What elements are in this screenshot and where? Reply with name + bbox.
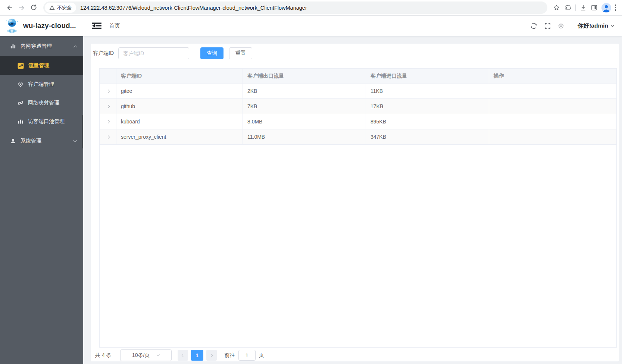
filter-bar: 客户端ID 查询 重置	[93, 47, 619, 59]
map-pin-icon	[18, 81, 24, 87]
reset-button[interactable]: 重置	[229, 47, 252, 59]
expand-cell[interactable]	[100, 84, 116, 99]
user-icon	[10, 138, 16, 144]
bookmark-button[interactable]	[551, 2, 562, 13]
expand-row-icon	[106, 104, 110, 108]
actions-cell	[489, 129, 616, 145]
content-card: 客户端ID 查询 重置 客户端ID 客户端出口流量 客户端进口流量 操作 git…	[91, 44, 619, 361]
app-title: wu-lazy-cloud...	[23, 22, 90, 30]
outflow-cell: 2KB	[243, 84, 366, 99]
table-header-row: 客户端ID 客户端出口流量 客户端进口流量 操作	[100, 69, 616, 84]
outflow-cell: 11.0MB	[243, 129, 366, 145]
refresh-icon	[530, 22, 538, 30]
column-header-inflow: 客户端进口流量	[366, 69, 489, 84]
fullscreen-button[interactable]	[544, 22, 551, 29]
bar-chart-icon	[18, 119, 24, 125]
prev-page-button[interactable]	[178, 350, 188, 361]
side-panel-button[interactable]	[589, 2, 600, 13]
theme-toggle-button[interactable]	[557, 22, 565, 29]
expand-row-icon	[106, 89, 110, 93]
reload-button[interactable]	[28, 2, 40, 14]
forward-button[interactable]	[16, 2, 28, 14]
fullscreen-icon	[544, 22, 551, 29]
back-button[interactable]	[4, 2, 16, 14]
client-id-cell: kuboard	[116, 114, 243, 129]
expand-cell[interactable]	[100, 129, 116, 145]
expand-cell[interactable]	[100, 99, 116, 114]
sidebar-item-network-mapping-manage[interactable]: 网络映射管理	[0, 94, 83, 112]
column-header-client-id: 客户端ID	[116, 69, 243, 84]
security-chip[interactable]: 不安全	[45, 3, 76, 13]
toolbar-divider	[575, 4, 576, 11]
inflow-cell: 347KB	[366, 129, 489, 145]
breadcrumb[interactable]: 首页	[109, 22, 120, 29]
trend-chart-icon	[18, 63, 24, 69]
column-header-actions: 操作	[489, 69, 616, 84]
client-id-cell: gitee	[116, 84, 243, 99]
downloads-button[interactable]	[578, 2, 589, 13]
client-id-input[interactable]	[118, 47, 189, 59]
url-text: 124.222.48.62:30776/#/cloud_network-Clie…	[80, 5, 307, 11]
expand-cell[interactable]	[100, 114, 116, 129]
table-empty-area	[100, 145, 616, 347]
chevron-right-icon	[209, 354, 212, 357]
sidebar-item-flow-manage[interactable]: 流量管理	[0, 56, 83, 75]
page-unit-label: 页	[259, 352, 264, 359]
header-divider	[571, 22, 571, 30]
chevron-down-icon	[611, 23, 615, 27]
table-row[interactable]: github 7KB 17KB	[100, 99, 616, 114]
client-id-cell: server_proxy_client	[116, 129, 243, 145]
actions-cell	[489, 114, 616, 129]
pagination: 共 4 条 10条/页 1 前往 页	[95, 349, 619, 361]
sidebar-group-system[interactable]: 系统管理	[0, 131, 83, 151]
table-row[interactable]: gitee 2KB 11KB	[100, 84, 616, 99]
caret-down-icon	[74, 138, 77, 142]
greeting-text: 你好!admin	[578, 22, 608, 30]
browser-menu-button[interactable]	[613, 2, 619, 13]
side-panel-icon	[591, 4, 598, 11]
goto-label: 前往	[225, 352, 235, 359]
inflow-cell: 11KB	[366, 84, 489, 99]
sidebar-item-label: 访客端口池管理	[28, 118, 65, 125]
select-caret-icon	[157, 353, 160, 356]
actions-cell	[489, 99, 616, 114]
sidebar-item-label: 流量管理	[28, 62, 49, 69]
caret-up-icon	[74, 45, 77, 49]
address-bar[interactable]: 不安全 124.222.48.62:30776/#/cloud_network-…	[43, 1, 547, 14]
table-row[interactable]: server_proxy_client 11.0MB 347KB	[100, 129, 616, 145]
expand-row-icon	[106, 135, 110, 139]
expand-column-header	[100, 69, 116, 84]
sidebar-item-label: 网络映射管理	[28, 100, 59, 106]
pagination-total: 共 4 条	[95, 352, 112, 359]
table-row[interactable]: kuboard 8.0MB 895KB	[100, 114, 616, 129]
sidebar-item-client-manage[interactable]: 客户端管理	[0, 75, 83, 94]
expand-row-icon	[106, 120, 110, 123]
next-page-button[interactable]	[206, 350, 217, 361]
security-label: 不安全	[57, 4, 72, 11]
logo-icon	[5, 18, 19, 34]
current-page-button[interactable]: 1	[191, 350, 203, 361]
reload-icon	[30, 4, 37, 11]
app-header: wu-lazy-cloud... 首页 你好!admin	[0, 16, 622, 36]
goto-page-input[interactable]	[238, 350, 256, 361]
user-menu[interactable]: 你好!admin	[578, 22, 614, 30]
sidebar-group-label: 系统管理	[21, 138, 41, 144]
sidebar-fold-button[interactable]	[92, 22, 102, 30]
fold-icon	[92, 22, 102, 30]
browser-profile-button[interactable]	[601, 3, 611, 13]
client-id-cell: github	[116, 99, 243, 114]
forward-icon	[18, 4, 25, 12]
menu-dots-icon	[615, 4, 616, 11]
page-size-value: 10条/页	[132, 352, 150, 359]
sidebar-group-intranet[interactable]: 内网穿透管理	[0, 36, 83, 56]
extensions-icon	[564, 4, 571, 11]
flow-table: 客户端ID 客户端出口流量 客户端进口流量 操作 gitee 2KB 11KB …	[99, 68, 617, 348]
chevron-left-icon	[181, 354, 184, 357]
main-content: 客户端ID 查询 重置 客户端ID 客户端出口流量 客户端进口流量 操作 git…	[83, 36, 622, 364]
search-button[interactable]: 查询	[200, 47, 224, 59]
sidebar-item-visitor-port-pool-manage[interactable]: 访客端口池管理	[0, 112, 83, 131]
extensions-button[interactable]	[562, 2, 573, 13]
page-size-select[interactable]: 10条/页	[120, 349, 172, 361]
outflow-cell: 7KB	[243, 99, 366, 114]
refresh-button[interactable]	[530, 22, 538, 30]
